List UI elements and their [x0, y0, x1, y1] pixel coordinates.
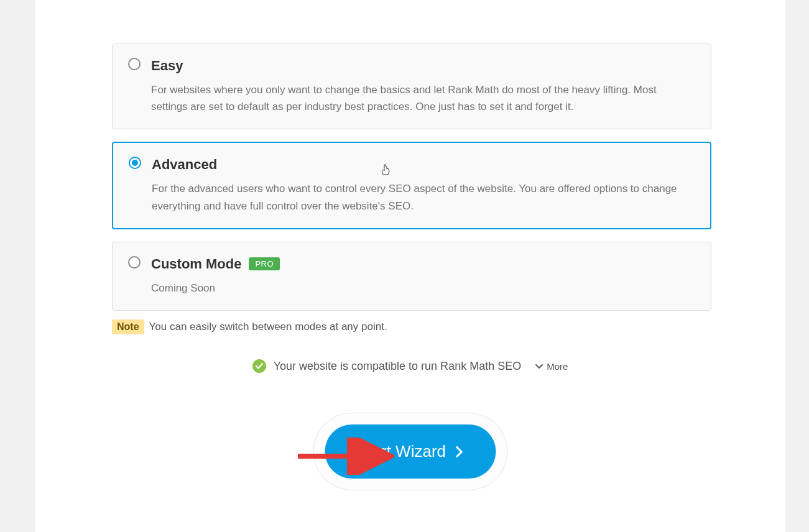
option-custom-title-text: Custom Mode	[151, 256, 241, 272]
option-advanced[interactable]: Advanced For the advanced users who want…	[112, 142, 711, 229]
option-easy-title: Easy	[151, 58, 693, 74]
content-panel: Easy For websites where you only want to…	[35, 0, 785, 532]
mode-options: Easy For websites where you only want to…	[112, 44, 711, 323]
compatibility-text: Your website is compatible to run Rank M…	[274, 360, 522, 373]
radio-advanced[interactable]	[129, 157, 141, 169]
option-easy[interactable]: Easy For websites where you only want to…	[112, 44, 711, 129]
option-advanced-description: For the advanced users who want to contr…	[152, 180, 693, 214]
chevron-down-icon	[535, 362, 543, 370]
start-wizard-button[interactable]: Start Wizard	[325, 424, 496, 479]
start-wizard-label: Start Wizard	[357, 442, 446, 461]
note-text: You can easily switch between modes at a…	[149, 321, 387, 333]
note-badge: Note	[112, 319, 144, 334]
option-custom-title: Custom Mode PRO	[151, 256, 693, 272]
pro-badge: PRO	[249, 257, 280, 270]
note-row: Note You can easily switch between modes…	[112, 319, 387, 334]
chevron-right-icon	[455, 446, 463, 458]
radio-custom[interactable]	[128, 256, 141, 268]
option-custom[interactable]: Custom Mode PRO Coming Soon	[112, 242, 711, 311]
option-custom-description: Coming Soon	[151, 280, 693, 296]
radio-easy[interactable]	[128, 58, 141, 70]
more-toggle[interactable]: More	[535, 361, 568, 372]
start-wizard-wrap: Start Wizard	[313, 413, 507, 490]
option-advanced-title: Advanced	[152, 157, 693, 173]
option-easy-description: For websites where you only want to chan…	[151, 81, 693, 115]
compatibility-row: Your website is compatible to run Rank M…	[35, 359, 785, 373]
more-label: More	[547, 361, 568, 372]
check-circle-icon	[252, 359, 266, 373]
